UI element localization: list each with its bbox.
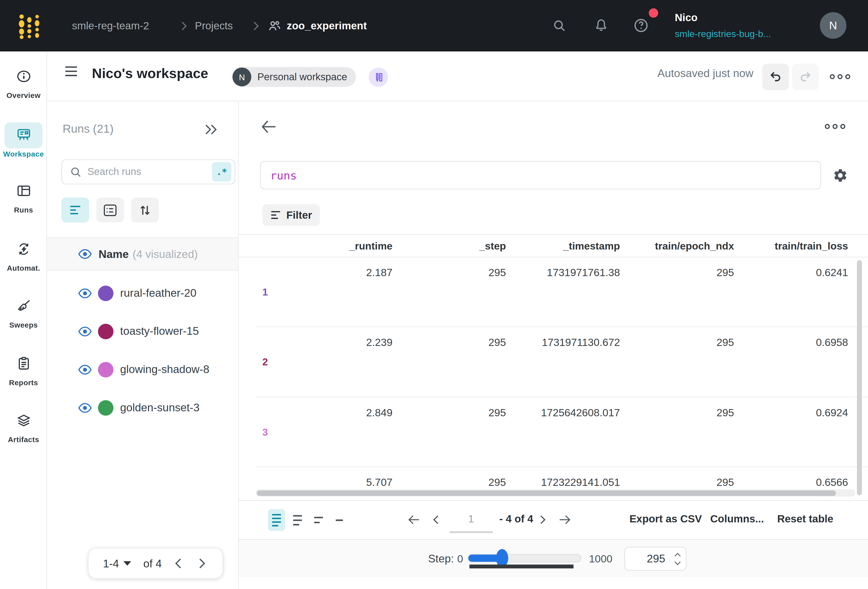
sidebar-item-sweeps[interactable]: Sweeps (0, 299, 47, 329)
search-icon (70, 166, 82, 178)
breadcrumb-team[interactable]: smle-reg-team-2 (72, 20, 149, 32)
team-members-icon (267, 19, 282, 33)
table-query-input[interactable]: runs (260, 161, 821, 189)
sidebar-item-label: Workspace (0, 150, 47, 158)
run-color-dot (98, 362, 113, 377)
avatar[interactable]: N (820, 12, 846, 39)
badge-label: Personal workspace (257, 71, 347, 83)
back-arrow-icon[interactable] (261, 120, 277, 134)
eye-icon[interactable] (78, 326, 92, 336)
cell-value: 1723229141.051 (541, 477, 620, 489)
horizontal-scrollbar-thumb[interactable] (257, 490, 836, 496)
column-header-trainepochndx[interactable]: train/epoch_ndx (655, 240, 734, 252)
user-org[interactable]: smle-registries-bug-b... (675, 29, 771, 40)
run-list-item[interactable]: glowing-shadow-8 (47, 350, 238, 389)
export-csv-button[interactable]: Export as CSV (629, 513, 702, 525)
runs-list-header[interactable]: Name (4 visualized) (47, 237, 238, 271)
next-page-icon[interactable] (198, 558, 206, 569)
undo-button[interactable] (762, 63, 789, 90)
sidebar-item-overview[interactable]: Overview (0, 69, 47, 99)
column-header-timestamp[interactable]: _timestamp (563, 240, 620, 252)
cell-value: 2.187 (366, 267, 393, 279)
column-header-runtime[interactable]: _runtime (349, 240, 393, 252)
badge-avatar: N (232, 68, 251, 87)
page-total: of 4 (143, 557, 162, 570)
vertical-scrollbar[interactable] (857, 260, 862, 495)
chevron-down-icon (123, 561, 131, 565)
eye-icon[interactable] (78, 365, 92, 375)
eye-icon[interactable] (78, 403, 92, 413)
last-page-icon[interactable] (558, 515, 571, 525)
page-number-input[interactable]: 1 (449, 513, 493, 525)
help-icon[interactable] (633, 17, 650, 34)
reset-table-button[interactable]: Reset table (777, 513, 833, 525)
cell-value: 295 (716, 337, 734, 349)
wandb-logo-icon[interactable] (17, 13, 42, 39)
header-more-menu-icon[interactable] (830, 74, 850, 79)
redo-button[interactable] (792, 63, 819, 90)
sidebar-item-label: Runs (0, 206, 47, 214)
sidebar-item-runs[interactable]: Runs (0, 184, 47, 214)
table-more-menu-icon[interactable] (825, 124, 845, 129)
panel-menu-icon[interactable] (65, 66, 78, 77)
workspace-title: Nico's workspace (92, 65, 208, 81)
filter-button[interactable]: Filter (263, 204, 320, 226)
run-color-dot (98, 323, 113, 339)
collapse-panel-icon[interactable] (202, 124, 219, 136)
row-number[interactable]: 2 (263, 356, 268, 368)
sort-runs-button[interactable] (131, 198, 159, 223)
first-page-icon[interactable] (408, 515, 420, 525)
sidebar-item-automat[interactable]: Automat. (0, 242, 47, 272)
breadcrumb-sep-icon (252, 21, 260, 31)
column-header-step[interactable]: _step (479, 240, 506, 252)
step-decrement-icon[interactable] (674, 561, 681, 566)
runs-pagination: 1-4 of 4 (89, 549, 223, 578)
workspace-settings-button[interactable] (369, 68, 388, 87)
notifications-bell-icon[interactable] (593, 18, 609, 33)
step-increment-icon[interactable] (674, 552, 681, 557)
notification-dot (649, 8, 658, 18)
page-range-dropdown[interactable]: 1-4 (103, 557, 119, 570)
cell-value: 5.707 (366, 477, 393, 489)
prev-page-icon[interactable] (432, 515, 439, 525)
search-icon[interactable] (552, 18, 567, 33)
regex-toggle-button[interactable]: .* (212, 162, 232, 182)
row-number[interactable]: 3 (263, 427, 268, 438)
breadcrumb-project[interactable]: zoo_experiment (287, 20, 367, 32)
layers-icon (0, 413, 47, 428)
row-height-xlarge-button[interactable] (331, 509, 348, 531)
run-list-item[interactable]: golden-sunset-3 (47, 388, 238, 427)
columns-button[interactable]: Columns... (710, 513, 764, 525)
eye-icon (78, 249, 92, 259)
clipboard-icon (0, 356, 47, 371)
sidebar-item-reports[interactable]: Reports (0, 356, 47, 387)
row-height-small-button[interactable] (268, 509, 285, 531)
step-slider[interactable] (468, 554, 582, 562)
filter-runs-button[interactable] (61, 198, 89, 223)
step-value-input[interactable]: 295 (624, 547, 686, 571)
sidebar-item-label: Overview (0, 91, 47, 99)
user-name[interactable]: Nico (675, 12, 698, 24)
page-input-underline (449, 531, 493, 533)
next-page-icon[interactable] (540, 515, 546, 525)
sidebar-item-label: Reports (0, 378, 47, 387)
info-icon (0, 69, 47, 84)
sidebar-item-workspace[interactable]: Workspace (0, 128, 47, 158)
row-height-medium-button[interactable] (289, 509, 306, 531)
gear-icon[interactable] (833, 168, 848, 183)
cell-value: 0.6566 (816, 477, 848, 489)
left-nav-rail: OverviewWorkspaceRunsAutomat.SweepsRepor… (0, 52, 47, 589)
row-height-large-button[interactable] (310, 509, 326, 531)
run-list-item[interactable]: rural-feather-20 (47, 274, 238, 312)
group-runs-button[interactable] (96, 198, 124, 223)
runs-search-box[interactable]: Search runs .* (61, 159, 235, 184)
sidebar-item-artifacts[interactable]: Artifacts (0, 413, 47, 444)
prev-page-icon[interactable] (174, 558, 182, 569)
row-number[interactable]: 1 (263, 287, 268, 298)
eye-icon[interactable] (78, 288, 92, 298)
run-list-item[interactable]: toasty-flower-15 (47, 312, 238, 350)
horizontal-scrollbar[interactable] (256, 489, 855, 496)
column-header-traintrainloss[interactable]: train/train_loss (775, 240, 848, 252)
personal-workspace-badge[interactable]: N Personal workspace (232, 67, 356, 87)
breadcrumb-projects[interactable]: Projects (195, 20, 233, 32)
